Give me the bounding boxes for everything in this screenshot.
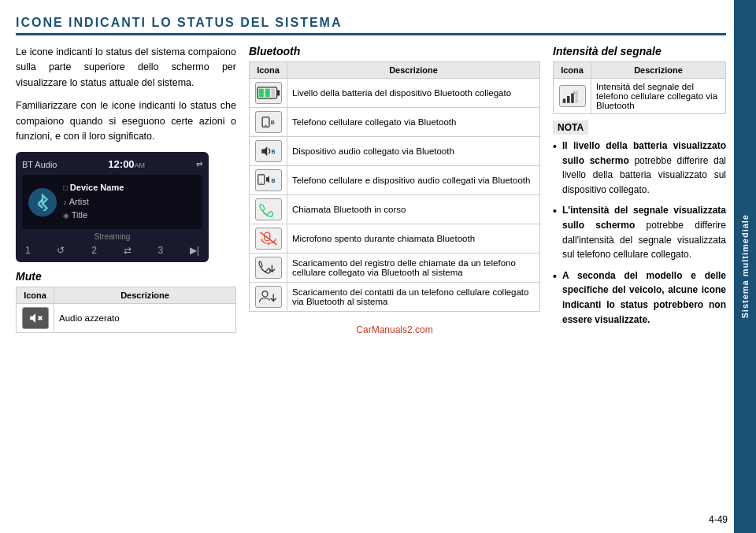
bt-icon-cell-0: BT (250, 79, 287, 108)
bt-mic-off-icon (255, 228, 282, 250)
content-area: Le icone indicanti lo status del sistema… (16, 45, 726, 525)
mute-section-title: Mute (16, 270, 236, 283)
page-header: ICONE INDICANTI LO STATUS DEL SISTEMA (16, 16, 726, 35)
mute-table: Icona Descrizione (16, 287, 236, 333)
svg-text:B: B (271, 149, 275, 154)
bt-audio-icon: B (255, 140, 282, 162)
table-row: Chiamata Bluetooth in corso (250, 195, 540, 224)
intensita-title: Intensità del segnale (553, 45, 726, 57)
signal-icon-cell (554, 79, 591, 114)
left-column: Le icone indicanti lo status del sistema… (16, 45, 236, 525)
svg-point-16 (262, 291, 268, 297)
bt-icon-cell-4 (250, 195, 287, 224)
table-row: Audio azzerato (17, 304, 236, 333)
svg-text:B: B (270, 120, 274, 125)
nota-bullets: Il livello della batteria visualizzato s… (553, 139, 726, 327)
bt-desc-5: Microfono spento durante chiamata Blueto… (287, 224, 540, 254)
bt-icon-cell-7 (250, 283, 287, 312)
device-name-row: □ Device Name (63, 181, 124, 195)
svg-point-8 (265, 125, 266, 127)
bluetooth-big-icon (28, 188, 57, 217)
mute-col-icon: Icona (17, 287, 54, 304)
nota-label: NOTA (553, 120, 588, 135)
bt-icon-cell-2: B (250, 137, 287, 166)
nota-bullet-2: A seconda del modello e delle specifiche… (553, 268, 726, 327)
svg-text:B: B (271, 178, 275, 183)
svg-rect-17 (562, 99, 565, 103)
bt-contacts-icon (255, 286, 282, 308)
bt-icon-cell-5 (250, 224, 287, 254)
bt-col-icon: Icona (250, 62, 287, 79)
device-info: □ Device Name ♪ Artist ◈ Title (63, 181, 124, 223)
mute-audio-icon (22, 307, 49, 329)
bt-desc-4: Chiamata Bluetooth in corso (287, 195, 540, 224)
mute-desc: Audio azzerato (54, 304, 236, 333)
table-row: Scaricamento del registro delle chiamate… (250, 254, 540, 283)
bt-desc-3: Telefono cellulare e dispositivo audio c… (287, 166, 540, 195)
intensita-table: Icona Descrizione (553, 61, 726, 114)
mute-icon-cell (17, 304, 54, 333)
middle-column: Bluetooth Icona Descrizione (249, 45, 540, 525)
table-row: Intensità del segnale del telefono cellu… (554, 79, 726, 114)
intro-paragraph1: Le icone indicanti lo status del sistema… (16, 45, 236, 91)
far-right-column: Intensità del segnale Icona Descrizione (553, 45, 726, 525)
svg-rect-4 (258, 89, 263, 98)
artist-row: ♪ Artist (63, 195, 124, 209)
device-streaming: Streaming (22, 232, 202, 241)
page-number: 4-49 (709, 514, 728, 525)
bt-battery-icon: BT (255, 82, 282, 104)
svg-text:BT: BT (258, 100, 264, 101)
bt-col-desc: Descrizione (287, 62, 540, 79)
website-link[interactable]: CarManuals2.com (249, 324, 540, 335)
nota-bullet-0: Il livello della batteria visualizzato s… (553, 139, 726, 197)
bt-desc-1: Telefono cellulare collegato via Bluetoo… (287, 108, 540, 137)
bt-table: Icona Descrizione (249, 61, 540, 312)
device-arrows: ⇄ (196, 160, 202, 168)
bt-section-title: Bluetooth (249, 45, 540, 57)
bt-desc-7: Scaricamento dei contatti da un telefono… (287, 283, 540, 312)
sidebar-chapter-label: Sistema multimediale (740, 214, 750, 319)
mute-col-desc: Descrizione (54, 287, 236, 304)
bt-desc-2: Dispositivo audio collegato via Bluetoot… (287, 137, 540, 166)
table-row: B Dispositivo audio collegato via Blueto… (250, 137, 540, 166)
intensita-col-desc: Descrizione (591, 62, 726, 79)
device-body: □ Device Name ♪ Artist ◈ Title (22, 175, 202, 229)
title-row: ◈ Title (63, 209, 124, 223)
bt-audio-label: BT Audio (22, 160, 57, 169)
bt-icon-cell-6 (250, 254, 287, 283)
page-title: ICONE INDICANTI LO STATUS DEL SISTEMA (16, 16, 726, 30)
svg-rect-5 (265, 89, 269, 98)
page-container: ICONE INDICANTI LO STATUS DEL SISTEMA Le… (0, 0, 756, 533)
device-top-bar: BT Audio 12:00AM ⇄ (22, 158, 202, 170)
svg-rect-20 (575, 91, 578, 103)
table-row: BT Livello della batteria del dispositiv… (250, 79, 540, 108)
device-screen: BT Audio 12:00AM ⇄ (16, 152, 209, 262)
table-row: Microfono spento durante chiamata Blueto… (250, 224, 540, 254)
svg-rect-6 (271, 89, 274, 98)
device-controls: 1 ↺ 2 ⇄ 3 ▶| (22, 245, 202, 256)
intensita-col-icon: Icona (554, 62, 591, 79)
bt-phone-icon: B (255, 111, 282, 133)
nota-bullet-1: L'intensità del segnale visualizzata sul… (553, 203, 726, 261)
table-row: B Telefono cellulare collegato via Bluet… (250, 108, 540, 137)
svg-point-11 (261, 183, 261, 183)
svg-rect-18 (567, 96, 570, 103)
device-time: 12:00AM (108, 158, 145, 170)
bt-icon-cell-3: B (250, 166, 287, 195)
bt-desc-0: Livello della batteria del dispositivo B… (287, 79, 540, 108)
table-row: Scaricamento dei contatti da un telefono… (250, 283, 540, 312)
svg-rect-3 (276, 90, 280, 95)
intro-paragraph2: Familiarizzare con le icone indicanti lo… (16, 98, 236, 144)
sidebar-right: Sistema multimediale (734, 0, 756, 533)
bt-call-active-icon (255, 198, 282, 220)
signal-desc: Intensità del segnale del telefono cellu… (591, 79, 726, 114)
main-content: ICONE INDICANTI LO STATUS DEL SISTEMA Le… (0, 0, 734, 533)
bt-desc-6: Scaricamento del registro delle chiamate… (287, 254, 540, 283)
bt-icon-cell-1: B (250, 108, 287, 137)
table-row: B Telefono cellulare e dispositivo audio… (250, 166, 540, 195)
bt-phone-audio-icon: B (255, 169, 282, 191)
svg-rect-19 (571, 94, 574, 103)
bt-call-log-icon (255, 257, 282, 279)
signal-strength-icon (559, 85, 586, 107)
